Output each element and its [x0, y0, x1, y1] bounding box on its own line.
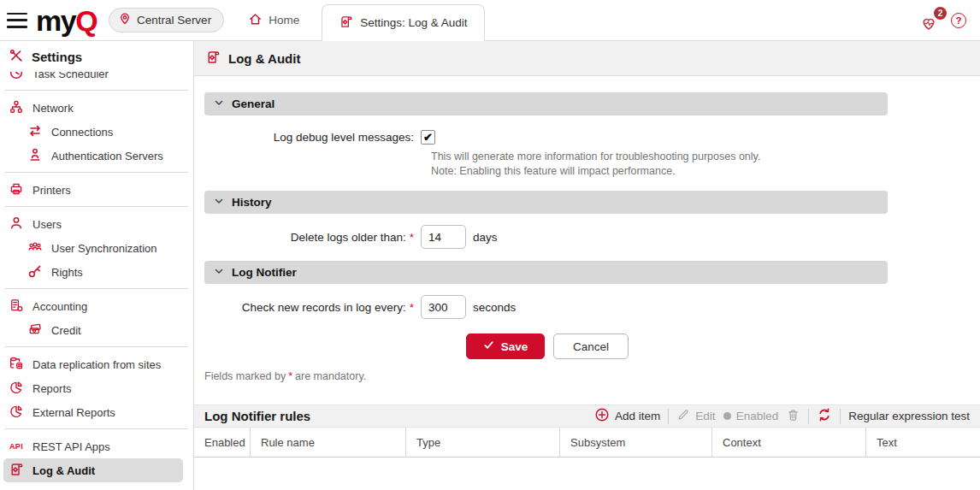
status-dot-icon	[723, 412, 731, 420]
sidebar-item-external-reports[interactable]: External Reports	[0, 400, 193, 424]
save-button[interactable]: Save	[466, 334, 545, 359]
days-unit-label: days	[473, 231, 498, 244]
debug-messages-checkbox[interactable]: ✔	[421, 130, 435, 145]
sidebar-item-network[interactable]: Network	[0, 96, 193, 120]
tab-settings-log-audit[interactable]: Settings: Log & Audit	[322, 4, 484, 41]
check-records-input[interactable]	[421, 295, 466, 319]
section-header-log-notifier[interactable]: Log Notifier	[204, 261, 888, 284]
divider	[5, 428, 188, 429]
chevron-down-icon	[214, 266, 224, 279]
rules-title: Log Notifier rules	[204, 409, 310, 423]
check-records-label: Check new records in log every:*	[204, 301, 414, 314]
log-scroll-icon	[339, 15, 353, 32]
mandatory-note: Fields marked by*are mandatory.	[204, 370, 980, 382]
toolbar-separator	[808, 409, 809, 424]
swap-arrows-icon	[27, 123, 43, 141]
plus-circle-icon	[594, 407, 610, 425]
sidebar-item-data-replication[interactable]: Data replication from sites	[0, 352, 193, 376]
sidebar-item-user-synchronization[interactable]: User Synchronization	[0, 236, 193, 260]
user-icon	[9, 215, 24, 233]
column-header-text[interactable]: Text	[865, 428, 980, 457]
sidebar-item-printers[interactable]: Printers	[0, 178, 193, 202]
auth-person-icon	[27, 147, 43, 165]
help-icon[interactable]: ?	[951, 13, 966, 28]
calculator-icon	[9, 298, 24, 316]
column-header-type[interactable]: Type	[405, 428, 559, 457]
rules-section-header: Log Notifier rules Add item Edit	[194, 404, 980, 428]
checkmark-icon: ✔	[423, 131, 433, 144]
settings-sidebar: Settings Task Scheduler N	[0, 41, 194, 490]
column-header-subsystem[interactable]: Subsystem	[559, 428, 711, 457]
column-header-enabled[interactable]: Enabled	[194, 428, 250, 457]
pencil-icon	[676, 408, 690, 424]
column-header-context[interactable]: Context	[711, 428, 865, 457]
divider	[5, 346, 188, 347]
page-titlebar: Log & Audit	[194, 41, 980, 76]
sidebar-item-authentication-servers[interactable]: Authentication Servers	[0, 144, 193, 168]
rules-table-header: Enabled Rule name Type Subsystem Context…	[194, 428, 980, 458]
server-selector-button[interactable]: Central Server	[109, 8, 224, 32]
divider	[5, 90, 188, 91]
topbar-actions: 2 ?	[920, 9, 980, 32]
pie-chart-icon	[9, 404, 24, 422]
network-icon	[9, 99, 24, 117]
main-content: Log & Audit General Log debug level mess…	[194, 41, 980, 490]
sidebar-item-rest-api-apps[interactable]: API REST API Apps	[0, 434, 193, 458]
replication-icon	[9, 356, 24, 374]
divider	[5, 172, 188, 173]
log-scroll-icon	[205, 50, 221, 68]
location-pin-icon	[118, 12, 132, 28]
refresh-icon	[817, 407, 832, 425]
api-icon: API	[9, 442, 24, 451]
server-name: Central Server	[137, 14, 211, 27]
tools-icon	[9, 48, 24, 66]
tab-home-label: Home	[269, 14, 299, 27]
section-header-general[interactable]: General	[204, 92, 888, 115]
sidebar-list: Task Scheduler Network Connec	[0, 62, 193, 482]
menu-icon[interactable]	[7, 13, 27, 28]
sidebar-item-connections[interactable]: Connections	[0, 120, 193, 144]
column-header-rule-name[interactable]: Rule name	[250, 428, 405, 457]
pie-chart-icon	[9, 380, 24, 398]
key-icon	[27, 263, 43, 281]
sidebar-item-rights[interactable]: Rights	[0, 260, 193, 284]
notification-badge: 2	[934, 7, 947, 20]
rules-toolbar: Add item Edit Enabled	[594, 407, 970, 425]
chevron-down-icon	[214, 97, 224, 110]
cancel-button[interactable]: Cancel	[553, 334, 629, 359]
sidebar-item-users[interactable]: Users	[0, 212, 193, 236]
section-header-history[interactable]: History	[204, 191, 888, 214]
edit-button[interactable]: Edit	[676, 408, 715, 424]
divider	[5, 288, 188, 289]
sidebar-item-accounting[interactable]: Accounting	[0, 294, 193, 318]
add-item-button[interactable]: Add item	[594, 407, 660, 425]
sidebar-item-credit[interactable]: Credit	[0, 318, 193, 342]
seconds-unit-label: seconds	[473, 301, 516, 314]
debug-messages-label: Log debug level messages:	[204, 131, 414, 144]
sidebar-item-reports[interactable]: Reports	[0, 376, 193, 400]
sidebar-title: Settings	[32, 50, 82, 64]
sidebar-header: Settings	[0, 41, 193, 72]
home-icon	[248, 12, 263, 29]
chevron-down-icon	[214, 196, 224, 209]
settings-form: General Log debug level messages: ✔ This…	[194, 76, 980, 382]
delete-button[interactable]	[786, 408, 800, 425]
tab-home[interactable]: Home	[238, 0, 310, 40]
top-bar: myQ Central Server Home Settings: Log & …	[0, 0, 980, 41]
printer-icon	[9, 181, 24, 199]
myq-logo[interactable]: myQ	[36, 6, 97, 35]
log-scroll-icon	[9, 462, 24, 480]
toolbar-separator	[840, 409, 841, 424]
banknotes-icon	[27, 322, 43, 339]
regex-test-button[interactable]: Regular expression test	[848, 410, 970, 422]
checkmark-icon	[483, 339, 494, 353]
health-status-icon[interactable]: 2	[920, 9, 941, 32]
users-sync-icon	[27, 239, 43, 257]
sidebar-item-log-audit[interactable]: Log & Audit	[3, 458, 183, 482]
page-title: Log & Audit	[228, 51, 300, 66]
delete-logs-input[interactable]	[421, 225, 466, 249]
enabled-toggle-button[interactable]: Enabled	[723, 410, 779, 422]
refresh-button[interactable]	[817, 407, 832, 425]
divider	[5, 206, 188, 207]
debug-help-text: This will generate more information for …	[431, 150, 980, 179]
